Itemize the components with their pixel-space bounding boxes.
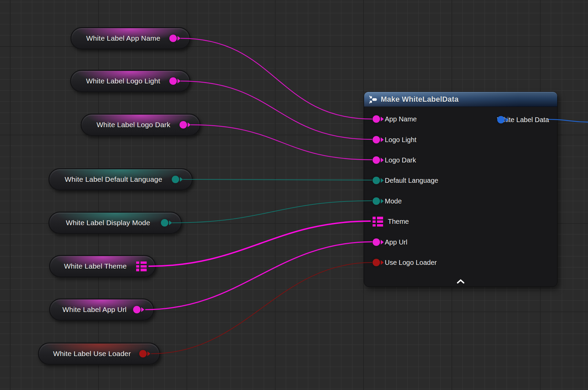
white-label-display-mode-output-pin[interactable] — [161, 219, 168, 227]
input-pin-label: Default Language — [385, 177, 438, 184]
wire-6[interactable] — [146, 242, 372, 310]
input-row-logo-light: Logo Light — [373, 135, 416, 145]
input-pin-label: App Url — [385, 238, 407, 246]
variable-getter-node-white-label-app-url[interactable]: White Label App Url — [49, 298, 154, 321]
input-row-app-url: App Url — [373, 237, 407, 247]
wire-5[interactable] — [149, 221, 370, 266]
input-default-language-pin[interactable] — [373, 177, 380, 184]
input-pin-label: Logo Dark — [385, 156, 416, 164]
wire-0[interactable] — [181, 38, 372, 119]
variable-getter-node-white-label-theme[interactable]: White Label Theme — [49, 255, 156, 277]
input-row-logo-dark: Logo Dark — [373, 155, 416, 165]
input-app-url-pin[interactable] — [373, 238, 380, 246]
input-pin-label: Mode — [385, 197, 402, 205]
input-row-use-logo-loader: Use Logo Loader — [373, 257, 437, 268]
white-label-app-url-output-pin[interactable] — [133, 306, 141, 313]
input-row-mode: Mode — [373, 196, 402, 206]
variable-getter-node-white-label-logo-light[interactable]: White Label Logo Light — [70, 70, 190, 92]
chevron-up-icon — [456, 279, 465, 284]
wire-2[interactable] — [191, 125, 372, 160]
input-use-logo-loader-pin[interactable] — [373, 259, 380, 266]
input-logo-light-pin[interactable] — [373, 136, 380, 143]
input-logo-dark-pin[interactable] — [373, 156, 380, 164]
node-make-whitelabeldata[interactable]: Make WhiteLabelData App NameLogo LightLo… — [364, 92, 558, 287]
variable-getter-node-white-label-default-language[interactable]: White Label Default Language — [48, 168, 193, 191]
input-pin-label: Logo Light — [385, 136, 416, 144]
output-row-white-label-data: White Label Data — [497, 115, 549, 125]
white-label-logo-light-output-pin[interactable] — [169, 77, 177, 85]
input-row-default-language: Default Language — [373, 175, 438, 186]
input-theme-struct-pin-icon[interactable] — [373, 217, 383, 227]
white-label-default-language-output-pin[interactable] — [172, 176, 179, 183]
variable-getter-node-white-label-display-mode[interactable]: White Label Display Mode — [48, 212, 182, 234]
make-node-title: Make WhiteLabelData — [381, 95, 459, 104]
wire-1[interactable] — [181, 81, 372, 139]
white-label-app-name-output-pin[interactable] — [169, 35, 177, 42]
variable-getter-node-white-label-app-name[interactable]: White Label App Name — [70, 27, 190, 50]
input-pin-label: Theme — [388, 218, 409, 226]
make-struct-icon — [369, 95, 377, 104]
variable-getter-label: White Label Default Language — [49, 175, 192, 183]
make-node-header[interactable]: Make WhiteLabelData — [364, 92, 557, 107]
input-row-theme: Theme — [373, 216, 409, 227]
input-pin-label: Use Logo Loader — [385, 259, 437, 267]
blueprint-graph-canvas[interactable]: White Label App NameWhite Label Logo Lig… — [0, 0, 588, 390]
white-label-logo-dark-output-pin[interactable] — [180, 121, 187, 129]
output-pin-label: White Label Data — [497, 116, 549, 124]
input-pin-label: App Name — [385, 115, 417, 123]
wire-3[interactable] — [183, 179, 372, 180]
white-label-theme-output-struct-pin-icon[interactable] — [136, 261, 147, 271]
variable-getter-node-white-label-logo-dark[interactable]: White Label Logo Dark — [81, 114, 201, 136]
collapse-node-button[interactable] — [455, 278, 467, 285]
input-mode-pin[interactable] — [373, 197, 380, 205]
input-app-name-pin[interactable] — [373, 115, 380, 123]
input-row-app-name: App Name — [373, 114, 417, 124]
wire-4[interactable] — [172, 201, 372, 223]
output-pin-white-label-data[interactable] — [497, 116, 505, 123]
wire-7[interactable] — [151, 262, 372, 354]
white-label-use-loader-output-pin[interactable] — [139, 350, 147, 357]
variable-getter-node-white-label-use-loader[interactable]: White Label Use Loader — [38, 343, 160, 365]
